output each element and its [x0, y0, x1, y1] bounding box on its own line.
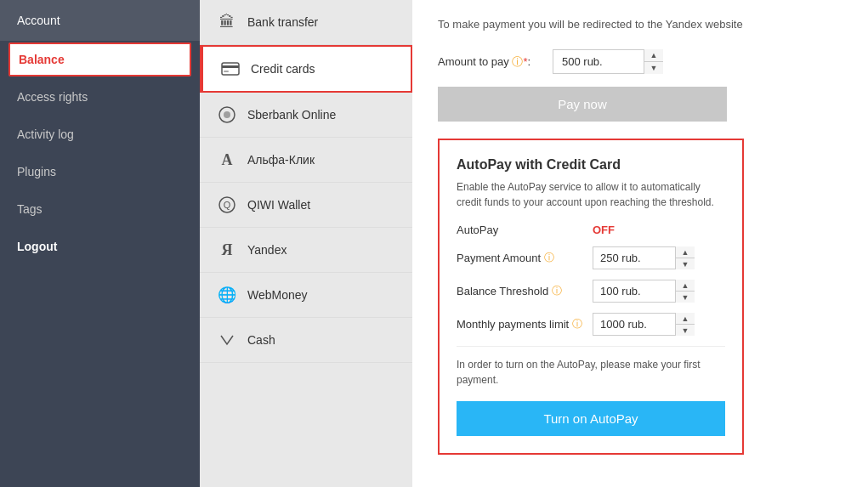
balance-threshold-spinner: ▲ ▼: [675, 280, 695, 303]
payment-amount-label: Payment Amount ⓘ: [457, 251, 584, 265]
autopay-status-value: OFF: [593, 224, 615, 236]
monthly-limit-spinner-down[interactable]: ▼: [676, 325, 695, 336]
svg-point-4: [224, 111, 230, 118]
payment-method-qiwi-label: QIWI Wallet: [247, 198, 310, 212]
sidebar-item-logout-label: Logout: [17, 240, 57, 253]
balance-threshold-spinner-up[interactable]: ▲: [676, 280, 695, 292]
balance-threshold-spinner-down[interactable]: ▼: [676, 292, 695, 303]
payment-method-alfa-label: Альфа-Клик: [247, 153, 315, 167]
amount-info-icon[interactable]: ⓘ: [512, 55, 523, 68]
payment-method-credit-cards-label: Credit cards: [251, 62, 315, 76]
autopay-description: Enable the AutoPay service to allow it t…: [457, 179, 725, 210]
autopay-card: AutoPay with Credit Card Enable the Auto…: [438, 139, 744, 455]
balance-threshold-input-wrap: ▲ ▼: [593, 280, 695, 303]
payment-method-bank-transfer[interactable]: 🏛 Bank transfer: [200, 0, 412, 45]
payment-method-sberbank-label: Sberbank Online: [247, 108, 336, 122]
sidebar-item-plugins-label: Plugins: [17, 165, 56, 178]
payment-amount-spinner-down[interactable]: ▼: [676, 258, 695, 269]
payment-method-cash[interactable]: Cash: [200, 318, 412, 363]
sidebar-item-logout[interactable]: Logout: [0, 228, 200, 265]
payment-amount-spinner-up[interactable]: ▲: [676, 246, 695, 258]
payment-method-bank-transfer-label: Bank transfer: [247, 15, 318, 29]
amount-spinner-down[interactable]: ▼: [644, 62, 663, 74]
svg-rect-1: [222, 65, 239, 68]
qiwi-icon: Q: [217, 195, 237, 215]
amount-to-pay-label: Amount to pay ⓘ*:: [438, 54, 540, 70]
yandex-icon: Я: [217, 240, 237, 260]
payment-method-webmoney[interactable]: 🌐 WebMoney: [200, 273, 412, 318]
bank-transfer-icon: 🏛: [217, 12, 237, 32]
sidebar-item-access-rights[interactable]: Access rights: [0, 78, 200, 116]
sidebar-item-tags[interactable]: Tags: [0, 190, 200, 228]
sidebar-item-activity-log[interactable]: Activity log: [0, 116, 200, 153]
pay-now-button[interactable]: Pay now: [438, 87, 727, 122]
payment-amount-row: Payment Amount ⓘ ▲ ▼: [457, 246, 725, 269]
monthly-limit-spinner-up[interactable]: ▲: [676, 313, 695, 325]
turn-on-autopay-button[interactable]: Turn on AutoPay: [457, 401, 725, 436]
payment-methods-panel: 🏛 Bank transfer Credit cards Sberbank On…: [200, 0, 412, 487]
balance-threshold-row: Balance Threshold ⓘ ▲ ▼: [457, 280, 725, 303]
sberbank-icon: [217, 105, 237, 125]
monthly-limit-row: Monthly payments limit ⓘ ▲ ▼: [457, 313, 725, 336]
payment-method-cash-label: Cash: [247, 333, 275, 347]
balance-threshold-info-icon[interactable]: ⓘ: [552, 284, 562, 298]
sidebar-item-balance[interactable]: Balance: [9, 42, 191, 76]
sidebar-item-activity-log-label: Activity log: [17, 127, 74, 141]
autopay-notice: In order to turn on the AutoPay, please …: [457, 346, 725, 388]
alfa-icon: A: [217, 150, 237, 170]
payment-method-credit-cards[interactable]: Credit cards: [200, 45, 412, 93]
payment-method-sberbank[interactable]: Sberbank Online: [200, 93, 412, 138]
monthly-limit-label: Monthly payments limit ⓘ: [457, 317, 584, 331]
payment-method-yandex-label: Yandex: [247, 243, 286, 257]
main-content: To make payment you will be redirected t…: [412, 0, 868, 487]
sidebar-item-account-label: Account: [17, 14, 60, 27]
payment-method-qiwi[interactable]: Q QIWI Wallet: [200, 183, 412, 228]
autopay-status-row: AutoPay OFF: [457, 224, 725, 236]
webmoney-icon: 🌐: [217, 285, 237, 305]
amount-to-pay-row: Amount to pay ⓘ*: ▲ ▼: [438, 49, 842, 74]
redirect-notice: To make payment you will be redirected t…: [438, 17, 842, 32]
sidebar: Account Balance Access rights Activity l…: [0, 0, 200, 487]
monthly-limit-spinner: ▲ ▼: [675, 313, 695, 336]
sidebar-item-balance-label: Balance: [19, 53, 65, 66]
monthly-limit-input-wrap: ▲ ▼: [593, 313, 695, 336]
credit-card-icon: [220, 59, 241, 79]
amount-spinner-up[interactable]: ▲: [644, 49, 663, 62]
monthly-limit-info-icon[interactable]: ⓘ: [572, 317, 582, 331]
sidebar-item-plugins[interactable]: Plugins: [0, 153, 200, 190]
svg-rect-0: [222, 63, 239, 75]
sidebar-item-access-rights-label: Access rights: [17, 90, 88, 104]
sidebar-item-account[interactable]: Account: [0, 0, 200, 41]
balance-threshold-label: Balance Threshold ⓘ: [457, 284, 584, 298]
payment-method-alfa[interactable]: A Альфа-Клик: [200, 138, 412, 183]
autopay-label: AutoPay: [457, 224, 584, 236]
cash-icon: [217, 330, 237, 350]
svg-rect-2: [224, 71, 229, 72]
amount-input-wrap: ▲ ▼: [553, 49, 663, 74]
amount-spinner: ▲ ▼: [644, 49, 663, 74]
payment-amount-input-wrap: ▲ ▼: [593, 246, 695, 269]
payment-method-yandex[interactable]: Я Yandex: [200, 228, 412, 273]
payment-amount-spinner: ▲ ▼: [675, 246, 695, 269]
sidebar-item-tags-label: Tags: [17, 202, 43, 216]
autopay-title: AutoPay with Credit Card: [457, 157, 725, 173]
payment-method-webmoney-label: WebMoney: [247, 288, 308, 302]
payment-amount-info-icon[interactable]: ⓘ: [544, 251, 554, 265]
svg-text:Q: Q: [224, 200, 231, 210]
